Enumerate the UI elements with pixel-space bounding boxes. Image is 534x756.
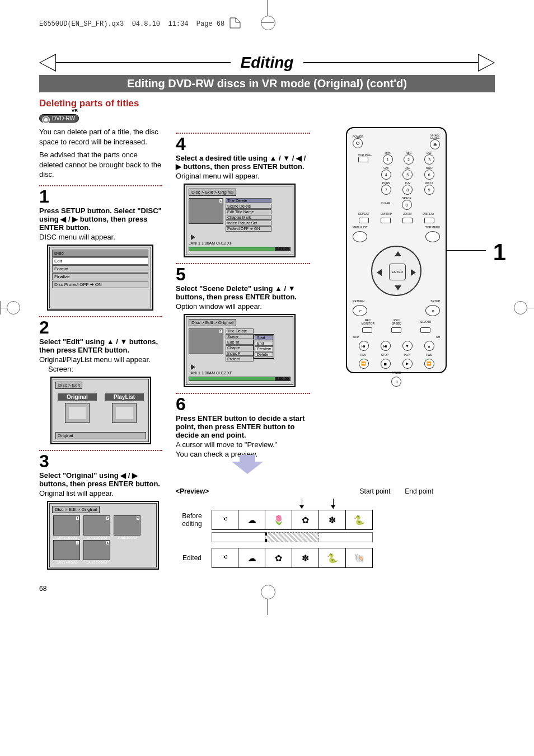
dotted-rule xyxy=(176,263,310,264)
popup-item: Delete xyxy=(255,352,273,357)
title-thumb: 1 xyxy=(189,198,223,224)
skip-prev-button[interactable]: ⏮ xyxy=(359,341,369,351)
folder-icon xyxy=(112,403,137,423)
down-arrow-icon[interactable] xyxy=(395,285,401,290)
display-button[interactable] xyxy=(424,218,434,223)
step-6-follow-1: A cursor will move to "Preview." xyxy=(176,440,310,449)
title-thumb: 5JAN/1 5:00AM xyxy=(83,540,110,560)
popup-item: Preview xyxy=(255,346,273,351)
up-arrow-icon[interactable] xyxy=(395,251,401,256)
banner-title: Editing xyxy=(231,54,304,72)
rec-otr-button[interactable] xyxy=(420,327,430,333)
fwd-button[interactable]: ⏩ xyxy=(424,359,434,369)
chevron-right-icon xyxy=(478,54,495,72)
step-1-follow: DISC menu will appear. xyxy=(39,233,162,241)
play-button[interactable]: ▶ xyxy=(402,359,413,369)
osd1-row: Format xyxy=(52,265,148,273)
chevron-left-icon xyxy=(39,54,56,72)
step-4-follow: Original menu will appear. xyxy=(176,172,310,180)
section-banner: Editing DVD-RW discs in VR mode (Origina… xyxy=(39,75,495,92)
num-2-button[interactable]: 2 xyxy=(404,154,414,165)
menu-item: Edit Title Name xyxy=(226,209,271,214)
num-6-button[interactable]: 6 xyxy=(424,170,434,180)
dotted-rule xyxy=(176,133,310,134)
num-5-button[interactable]: 5 xyxy=(402,170,413,180)
osd1-row: Disc Protect OFF ➔ ON xyxy=(52,281,148,288)
cm-skip-button[interactable] xyxy=(381,218,391,223)
open-close-button[interactable]: ⏏ xyxy=(430,139,440,149)
osd1-row: Finalize xyxy=(52,273,148,280)
before-label: Before editing xyxy=(176,512,208,528)
after-frames: ༄ ☁ ✿ ✽ 🐍 🐚 xyxy=(212,548,373,568)
step-2-screen-label: Screen: xyxy=(48,365,162,373)
num-0-button[interactable]: 0 xyxy=(402,200,412,210)
d-pad[interactable]: ENTER xyxy=(371,246,421,296)
down-arrow-icon xyxy=(232,462,263,474)
left-arrow-icon[interactable] xyxy=(377,269,382,276)
tab-playlist: PlayList xyxy=(105,393,144,423)
menu-item: Index P xyxy=(226,351,254,356)
chapter-banner: Editing xyxy=(39,54,495,72)
edited-label: Edited xyxy=(176,554,208,562)
preview-title: <Preview> xyxy=(176,487,209,495)
zoom-button[interactable] xyxy=(402,218,413,223)
step-6-head: Press ENTER button to decide a start poi… xyxy=(176,414,310,439)
osd-original-list: Disc > Edit > Original 1JAN/1 1:00AM 2JA… xyxy=(47,501,159,570)
rev-button[interactable]: ⏪ xyxy=(359,359,369,369)
step-4-head: Select a desired title using ▲ / ▼ / ◀ /… xyxy=(176,154,310,171)
vcr-plus-button[interactable] xyxy=(358,157,368,162)
top-menu-button[interactable] xyxy=(425,231,440,242)
big-callout-1: 1 xyxy=(493,239,506,266)
num-1-button[interactable]: 1 xyxy=(383,154,393,165)
step-1-head: Press SETUP button. Select "DISC" using … xyxy=(39,206,162,232)
step-number-5: 5 xyxy=(176,265,310,283)
num-4-button[interactable]: 4 xyxy=(381,170,391,180)
enter-button[interactable]: ENTER xyxy=(389,264,406,280)
skip-next-button[interactable]: ⏭ xyxy=(381,341,391,351)
num-9-button[interactable]: 9 xyxy=(424,185,434,195)
num-7-button[interactable]: 7 xyxy=(381,185,391,195)
option-popup: Start End Preview Delete xyxy=(254,334,274,359)
progress-bar: 0:00:55 xyxy=(189,377,291,381)
dvd-rw-vr-badge: DVD-RW xyxy=(39,114,79,123)
popup-item: Start xyxy=(255,335,273,340)
title-thumb: 1 xyxy=(189,328,223,354)
repeat-button[interactable] xyxy=(359,218,369,223)
ch-up-button[interactable]: ▲ xyxy=(424,341,434,351)
title-thumb: 1JAN/1 1:00AM xyxy=(53,515,80,536)
power-button[interactable]: ⏻ xyxy=(353,138,363,148)
before-frames: ༄ ☁ 🌷 ✿ ✽ 🐍 xyxy=(212,510,373,530)
print-header: E6550UD(EN_SP_FR).qx3 04.8.10 11:34 Page… xyxy=(39,17,495,31)
play-icon xyxy=(191,234,195,240)
title-thumb: 2JAN/1 2:00AM xyxy=(83,515,110,536)
step-number-1: 1 xyxy=(39,187,162,205)
rec-speed-button[interactable] xyxy=(391,327,401,333)
pause-button[interactable]: ⏸ xyxy=(391,377,401,387)
return-button[interactable]: ↶ xyxy=(353,305,367,316)
osd3-breadcrumb: Disc > Edit > Original xyxy=(52,506,100,513)
menu-list-button[interactable] xyxy=(353,231,367,242)
menu-item: Protect OFF ➔ ON xyxy=(226,226,271,232)
menu-item: Scene xyxy=(226,334,254,339)
right-arrow-icon[interactable] xyxy=(411,269,416,276)
menu-item: Title Delete xyxy=(226,198,271,203)
osd1-row: Edit xyxy=(52,257,148,265)
ch-down-button[interactable]: ▼ xyxy=(402,341,413,351)
step-5-head: Select "Scene Delete" using ▲ / ▼ button… xyxy=(176,284,310,301)
osd-scene-delete: Disc > Edit > Original 1 Title Delete Sc… xyxy=(184,314,296,387)
page-flip-icon xyxy=(229,17,241,31)
step-3-follow: Original list will appear. xyxy=(39,489,162,497)
folder-icon xyxy=(65,403,90,423)
osd2-breadcrumb: Disc > Edit xyxy=(55,382,82,389)
rec-monitor-button[interactable] xyxy=(362,327,372,333)
osd5-status: JAN/ 1 1:00AM CH12 XP xyxy=(189,371,291,375)
end-pointer-icon xyxy=(333,499,334,509)
num-3-button[interactable]: 3 xyxy=(424,154,434,165)
menu-item: Scene Delete xyxy=(226,204,271,209)
num-8-button[interactable]: 8 xyxy=(402,185,413,195)
stop-button[interactable]: ⏹ xyxy=(381,359,391,369)
setup-button[interactable]: ⚙ xyxy=(425,305,440,316)
remote-illustration: POWER⏻ OPEN/ CLOSE⏏ VCR Plus+ @!#.1 ABC2… xyxy=(346,127,447,373)
progress-bar: 0:01:25 xyxy=(189,247,291,251)
menu-item: Chapter Mark xyxy=(226,215,271,220)
